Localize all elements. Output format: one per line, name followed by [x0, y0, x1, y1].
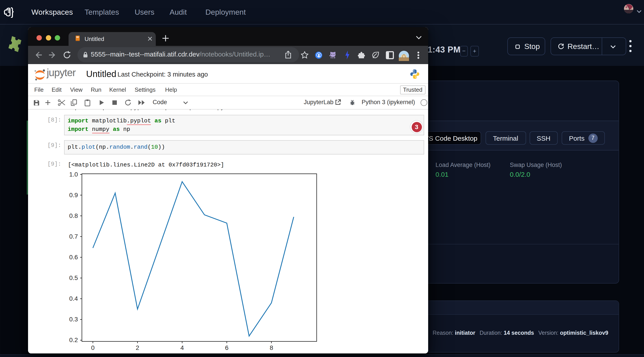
svg-text:6: 6 [225, 344, 228, 351]
svg-text:4: 4 [180, 344, 184, 351]
svg-text:0: 0 [91, 344, 95, 351]
svg-text:2: 2 [136, 344, 139, 351]
svg-text:8: 8 [270, 344, 273, 351]
svg-text:0.7: 0.7 [69, 233, 78, 240]
svg-text:0.5: 0.5 [69, 274, 78, 281]
svg-text:0.9: 0.9 [69, 192, 78, 198]
svg-text:1.0: 1.0 [69, 171, 78, 178]
svg-text:0.6: 0.6 [69, 254, 78, 261]
svg-text:0.8: 0.8 [69, 212, 78, 219]
svg-text:0.4: 0.4 [69, 295, 78, 302]
svg-text:0.3: 0.3 [69, 316, 78, 323]
svg-text:0.2: 0.2 [69, 336, 78, 344]
